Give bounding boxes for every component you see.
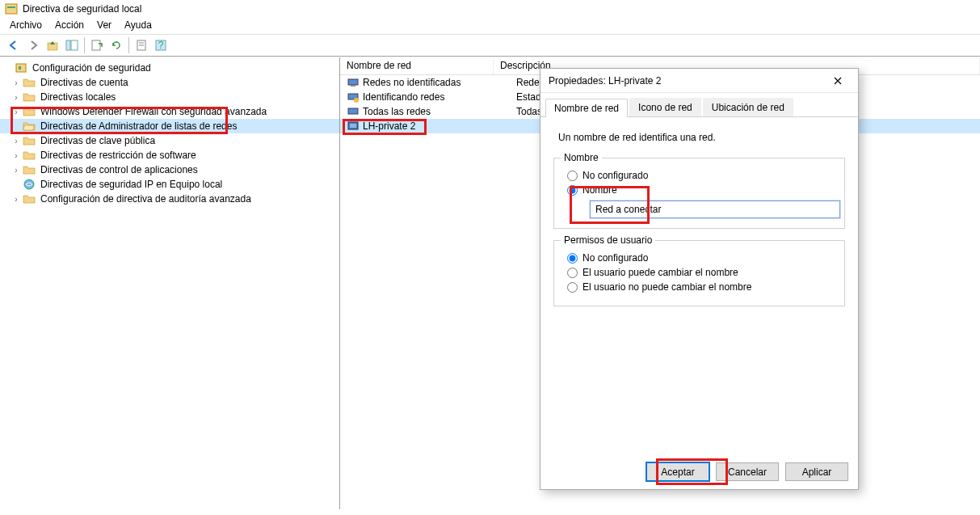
tab-network-name[interactable]: Nombre de red [545,99,628,117]
svg-rect-0 [6,4,17,14]
back-icon[interactable] [5,36,23,54]
folder-icon [23,91,36,103]
menu-help[interactable]: Ayuda [118,18,158,34]
network-icon [347,76,360,89]
groupbox-permissions: Permisos de usuario No configurado El us… [553,240,845,306]
radio-input[interactable] [567,253,578,264]
folder-icon [23,149,36,162]
svg-rect-1 [7,6,15,8]
svg-rect-18 [348,108,358,114]
tree-label: Directivas de control de aplicaciones [39,164,200,175]
radio-input[interactable] [567,185,578,196]
tab-network-icon[interactable]: Icono de red [629,98,701,116]
window-title: Directiva de seguridad local [23,3,141,15]
network-icon [347,91,360,103]
expand-icon[interactable]: › [10,166,23,175]
radio-name[interactable]: Nombre [567,184,836,196]
groupbox-legend: Nombre [561,152,602,163]
help-icon[interactable]: ? [152,36,170,54]
tree-item[interactable]: › Directivas de restricción de software [0,148,339,163]
menubar: Archivo Acción Ver Ayuda [0,18,980,34]
radio-input[interactable] [567,282,578,293]
svg-rect-20 [350,124,356,128]
expand-icon[interactable]: › [10,137,23,146]
radio-perm-can[interactable]: El usuario puede cambiar el nombre [567,267,836,278]
cell-name: Todas las redes [363,106,516,117]
radio-label: El usuario puede cambiar el nombre [583,267,738,278]
radio-perm-cannot[interactable]: El usuario no puede cambiar el nombre [567,281,836,293]
tree-item[interactable]: › Directivas de control de aplicaciones [0,163,339,177]
forward-icon[interactable] [24,36,42,54]
cancel-button[interactable]: Cancelar [716,462,779,481]
folder-icon [23,105,36,118]
tree-pane[interactable]: Configuración de seguridad › Directivas … [0,57,340,509]
cell-name: Redes no identificadas [363,77,516,88]
tree-label: Directivas locales [39,91,117,103]
expand-icon[interactable]: › [10,78,23,87]
dialog-titlebar[interactable]: Propiedades: LH-private 2 [540,69,858,93]
folder-open-icon [23,120,36,133]
expand-icon[interactable]: › [10,195,23,204]
refresh-icon[interactable] [107,36,125,54]
dialog-body: Un nombre de red identifica una red. Nom… [540,117,858,439]
tree-item[interactable]: › Windows Defender Firewall con segurida… [0,104,339,119]
radio-input[interactable] [567,268,578,278]
radio-input[interactable] [567,171,578,181]
dialog-hint: Un nombre de red identifica una red. [558,132,845,143]
radio-perm-notconf[interactable]: No configurado [567,252,836,264]
tree-label: Directivas de cuenta [39,77,130,88]
menu-view[interactable]: Ver [90,18,118,34]
toolbar-separator [128,37,129,53]
tree-item[interactable]: › Directivas de clave pública [0,133,339,148]
apply-button[interactable]: Aplicar [785,462,848,481]
close-icon [834,77,842,85]
tree-item[interactable]: › Directivas de cuenta [0,75,339,90]
tree-label: Directivas de Administrador de listas de… [39,120,238,132]
cell-name: Identificando redes [363,91,516,103]
dialog-tabs: Nombre de red Icono de red Ubicación de … [540,98,858,117]
tree-label: Configuración de seguridad [31,62,153,74]
radio-not-configured[interactable]: No configurado [567,170,836,181]
close-button[interactable] [826,71,850,91]
svg-rect-12 [19,66,21,70]
ok-button[interactable]: Aceptar [646,462,709,481]
svg-point-17 [354,98,359,103]
toolbar: ? [0,34,980,57]
column-header-name[interactable]: Nombre de red [340,57,494,74]
tree-label: Windows Defender Firewall con seguridad … [39,106,268,117]
tree-item[interactable]: › Configuración de directiva de auditorí… [0,192,339,206]
tab-network-location[interactable]: Ubicación de red [703,98,793,116]
groupbox-legend: Permisos de usuario [561,234,655,246]
app-icon [5,2,18,15]
menu-file[interactable]: Archivo [3,18,48,34]
network-name-input[interactable] [590,201,840,218]
expand-icon[interactable]: › [10,151,23,160]
tree-item[interactable]: › Directivas locales [0,90,339,104]
folder-icon [23,134,36,147]
dialog-title: Propiedades: LH-private 2 [549,75,661,87]
expand-icon[interactable]: › [10,93,23,102]
export-icon[interactable] [88,36,106,54]
radio-label: Nombre [583,184,617,196]
tree-label: Directivas de restricción de software [39,150,198,161]
window-titlebar: Directiva de seguridad local [0,0,980,18]
svg-rect-14 [348,79,358,85]
expand-icon[interactable]: › [10,108,23,116]
svg-rect-15 [351,85,355,87]
tree-item[interactable]: Directivas de seguridad IP en Equipo loc… [0,177,339,192]
folder-icon [23,163,36,176]
svg-rect-4 [71,40,78,50]
tree-item-selected[interactable]: Directivas de Administrador de listas de… [0,119,339,133]
radio-label: El usuario no puede cambiar el nombre [583,281,751,293]
up-icon[interactable] [44,36,61,54]
network-icon [347,120,360,133]
toolbar-separator [84,37,85,53]
radio-label: No configurado [583,252,648,264]
menu-action[interactable]: Acción [48,18,90,34]
show-hide-tree-icon[interactable] [63,36,81,54]
cell-name: LH-private 2 [363,120,516,132]
svg-rect-3 [66,40,70,50]
tree-root[interactable]: Configuración de seguridad [0,61,339,75]
ipsec-icon [23,178,36,191]
properties-icon[interactable] [132,36,150,54]
